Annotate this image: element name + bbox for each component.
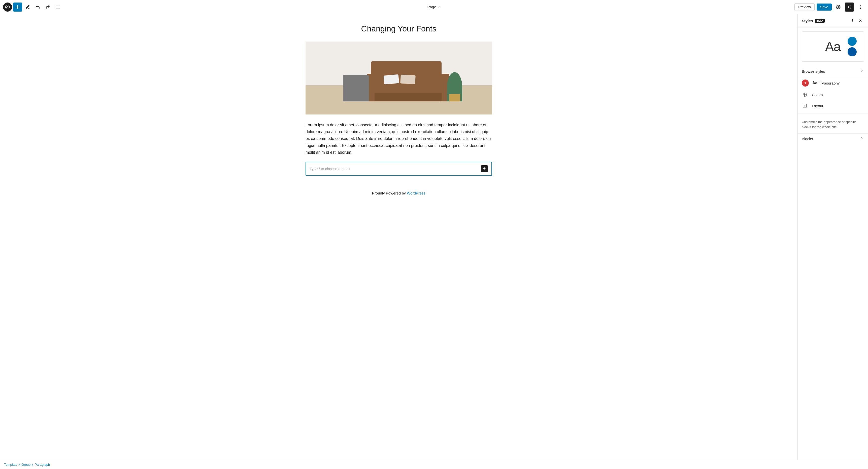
blocks-row[interactable]: Blocks [798, 133, 868, 144]
svg-point-13 [860, 5, 861, 6]
svg-line-7 [848, 5, 848, 6]
typography-label: Typography [820, 81, 864, 85]
svg-line-12 [850, 5, 851, 6]
breadcrumb-sep-1: › [19, 463, 20, 467]
styles-panel: Styles Beta Aa Browse styles [798, 14, 868, 460]
svg-point-15 [860, 8, 861, 8]
blocks-label: Blocks [802, 137, 860, 141]
panel-divider [798, 113, 868, 113]
style-preview: Aa [802, 31, 864, 62]
site-footer: Proudly Powered by WordPress [306, 191, 492, 200]
editor-area: Changing Your Fonts Lorem ipsum dolor s [0, 14, 798, 460]
save-button[interactable]: Save [817, 3, 832, 10]
breadcrumb-sep-2: › [32, 463, 33, 467]
typography-icon: Aa [812, 81, 818, 85]
room-scene [306, 41, 492, 114]
featured-image [306, 41, 492, 114]
post-title[interactable]: Changing Your Fonts [306, 24, 492, 33]
toolbar-left [3, 2, 62, 11]
toolbar: Page Preview Save [0, 0, 868, 14]
page-label: Page [427, 5, 436, 9]
colors-row[interactable]: Colors [798, 89, 868, 100]
main-layout: Changing Your Fonts Lorem ipsum dolor s [0, 14, 868, 460]
typography-badge: 1 [802, 79, 809, 87]
panel-title: Styles [802, 19, 813, 23]
svg-line-8 [850, 8, 851, 8]
breadcrumb-group[interactable]: Group [22, 463, 30, 467]
browse-styles-label: Browse styles [802, 69, 860, 73]
add-block-button[interactable] [13, 2, 22, 11]
layout-row[interactable]: Layout [798, 100, 868, 111]
footer-link[interactable]: WordPress [407, 191, 426, 195]
customize-text: Customize the appearance of specific blo… [798, 115, 868, 133]
svg-point-16 [852, 19, 853, 20]
panel-more-button[interactable] [849, 17, 856, 24]
pillow2 [401, 75, 416, 84]
plant-pot [449, 94, 460, 101]
panel-header-actions [849, 17, 864, 24]
svg-point-18 [852, 22, 853, 22]
list-view-button[interactable] [53, 2, 62, 11]
preview-button[interactable]: Preview [795, 3, 815, 11]
colors-label: Colors [812, 93, 864, 97]
more-options-button[interactable] [856, 2, 865, 11]
typography-row[interactable]: 1 Aa Typography [798, 77, 868, 89]
wp-logo[interactable] [3, 2, 12, 11]
panel-close-button[interactable] [857, 17, 864, 24]
layout-icon [802, 103, 808, 109]
block-inserter-placeholder: Type / to choose a block [310, 167, 350, 171]
tools-button[interactable] [23, 2, 32, 11]
panel-header: Styles Beta [798, 14, 868, 27]
browse-styles-row[interactable]: Browse styles [798, 66, 868, 77]
browse-styles-chevron-icon [860, 69, 864, 74]
editor-content: Changing Your Fonts Lorem ipsum dolor s [306, 24, 492, 200]
svg-point-17 [852, 21, 853, 21]
preview-color-dot1 [847, 37, 857, 46]
preview-typography-text: Aa [825, 39, 841, 54]
layout-label: Layout [812, 104, 864, 108]
blocks-chevron-icon [860, 136, 864, 141]
theme-toggle-button[interactable] [845, 2, 854, 11]
svg-point-4 [848, 6, 850, 8]
svg-point-3 [838, 6, 839, 7]
redo-button[interactable] [43, 2, 52, 11]
block-inserter[interactable]: Type / to choose a block + [306, 162, 492, 176]
toolbar-center: Page [425, 3, 443, 11]
page-selector[interactable]: Page [425, 3, 443, 11]
chair-gray [343, 75, 369, 101]
beta-badge: Beta [815, 19, 825, 23]
toolbar-right: Preview Save [795, 2, 865, 11]
footer-text: Proudly Powered by [372, 191, 407, 195]
breadcrumb-template[interactable]: Template [4, 463, 18, 467]
svg-rect-21 [803, 104, 807, 107]
inserter-plus-icon[interactable]: + [481, 165, 488, 172]
breadcrumb-paragraph[interactable]: Paragraph [35, 463, 50, 467]
svg-point-14 [860, 6, 861, 7]
colors-icon [802, 92, 808, 98]
preview-color-dot2 [847, 47, 857, 56]
pillow1 [383, 74, 399, 85]
undo-button[interactable] [33, 2, 42, 11]
post-body[interactable]: Lorem ipsum dolor sit amet, consectetur … [306, 122, 492, 156]
sofa-seat [371, 93, 441, 101]
settings-button[interactable] [834, 2, 843, 11]
breadcrumb-bar: Template › Group › Paragraph [0, 460, 868, 469]
svg-line-11 [848, 8, 848, 8]
